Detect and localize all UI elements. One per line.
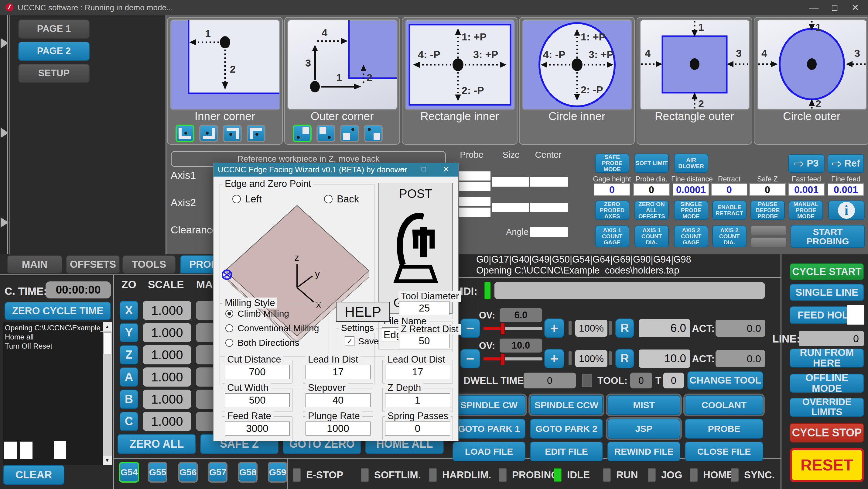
wcs-g57-button[interactable]: G57	[208, 462, 227, 483]
feed-override-reset-button[interactable]: R	[615, 318, 634, 338]
milling-climb-option[interactable]: Climb Milling	[225, 309, 289, 319]
log-scrollbar[interactable]: ▲ ▼	[103, 322, 112, 465]
wcs-g59-button[interactable]: G59	[268, 462, 287, 483]
axis2-count-gage-button[interactable]: AXIS 2 COUNT GAGE	[674, 226, 708, 248]
save-checkbox[interactable]: ✓ Save	[345, 336, 379, 346]
tab-tools[interactable]: TOOLS	[122, 255, 176, 274]
override-limits-button[interactable]: OVERRIDE LIMITS	[789, 398, 864, 417]
goto-park1-button[interactable]: GOTO PARK 1	[453, 419, 525, 438]
axis-a-button[interactable]: A	[120, 368, 138, 386]
card-rectangle-inner[interactable]: 1: +P 2: -P 3: +P 4: -P Rectangle inner	[402, 17, 518, 145]
feed-override-slider[interactable]	[484, 327, 542, 330]
milling-conventional-option[interactable]: Conventional Milling	[225, 323, 319, 334]
card-rectangle-outer[interactable]: 1 2 3 4 Rectangle outer	[637, 17, 752, 145]
mdi-input[interactable]	[494, 282, 765, 299]
outer-corner-variant-4-icon[interactable]	[364, 124, 383, 142]
minimize-icon[interactable]: —	[805, 0, 823, 15]
jsp-button[interactable]: JSP	[608, 419, 680, 438]
dialog-minimize-icon[interactable]: —	[399, 165, 406, 173]
axis-z-button[interactable]: Z	[120, 345, 138, 365]
milling-both-option[interactable]: Both Directions	[225, 338, 299, 348]
sidebar-item-setup[interactable]: SETUP	[18, 64, 90, 83]
probe-value-field[interactable]	[459, 208, 491, 217]
dialog-close-icon[interactable]: ✕	[443, 165, 450, 174]
lead-out-input[interactable]: 17	[385, 365, 450, 379]
card-outer-corner[interactable]: 1 2 3 4 Outer corner	[284, 17, 400, 145]
scroll-down-icon[interactable]: ▼	[103, 456, 112, 465]
spindle-override-plus-button[interactable]: +	[544, 349, 564, 368]
zero-cycle-time-button[interactable]: ZERO CYCLE TIME	[5, 302, 111, 320]
wcs-g56-button[interactable]: G56	[178, 462, 198, 483]
spindle-override-slider[interactable]	[484, 357, 542, 361]
zero-on-all-offsets-button[interactable]: ZERO ON ALL OFFSETS	[634, 201, 669, 220]
change-tool-button[interactable]: CHANGE TOOL	[687, 371, 763, 390]
axis-b-scale[interactable]: 1.000	[143, 390, 191, 409]
outer-corner-variant-2-icon[interactable]	[316, 124, 335, 142]
probe-button[interactable]: PROBE	[685, 419, 763, 438]
spindle-ccw-button[interactable]: SPINDLE CCW	[530, 395, 603, 415]
inner-corner-variant-2-icon[interactable]	[199, 124, 218, 142]
axis1-count-gage-button[interactable]: AXIS 1 COUNT GAGE	[595, 226, 629, 248]
feed-rate-input[interactable]: 3000	[225, 422, 290, 435]
blank-button[interactable]	[750, 237, 787, 248]
tool-checkbox[interactable]	[582, 374, 592, 387]
goto-ref-button[interactable]: ⇨Ref	[828, 154, 864, 173]
wcs-g54-button[interactable]: G54	[119, 462, 139, 483]
clear-button[interactable]: CLEAR	[3, 465, 64, 485]
inner-corner-variant-1-icon[interactable]	[176, 124, 194, 142]
size-value-field[interactable]	[492, 177, 529, 186]
probe-info-button[interactable]: i	[828, 201, 865, 220]
single-probe-mode-button[interactable]: SINGLE PROBE MODE	[674, 201, 708, 220]
blank-button[interactable]	[750, 226, 787, 235]
angle-field[interactable]	[530, 227, 568, 237]
zero-probed-axes-button[interactable]: ZERO PROBED AXES	[595, 201, 629, 220]
feed-override-minus-button[interactable]: −	[460, 318, 480, 338]
inner-corner-variant-3-icon[interactable]	[223, 124, 242, 142]
single-line-button[interactable]: SINGLE LINE	[789, 284, 864, 301]
load-file-button[interactable]: LOAD FILE	[453, 441, 525, 461]
soft-limit-button[interactable]: SOFT LIMIT	[634, 153, 669, 173]
wcs-g58-button[interactable]: G58	[238, 462, 257, 483]
axis-c-button[interactable]: C	[120, 412, 138, 431]
outer-corner-variant-3-icon[interactable]	[340, 124, 359, 142]
axis2-count-dia-button[interactable]: AXIS 2 COUNT DIA.	[712, 226, 746, 248]
probe-value-field[interactable]	[459, 197, 491, 206]
reset-button[interactable]: RESET	[789, 448, 864, 482]
safe-probe-mode-button[interactable]: SAFE PROBE MODE	[595, 153, 629, 173]
plunge-rate-input[interactable]: 1000	[306, 422, 371, 435]
card-circle-inner[interactable]: 1: +P 2: -P 3: +P 4: -P Circle inner	[519, 17, 635, 145]
fast-feed-field[interactable]: 0.001	[788, 183, 825, 196]
spindle-cw-button[interactable]: SPINDLE CW	[453, 395, 525, 415]
z-retract-input[interactable]: 50	[399, 334, 450, 348]
stepover-input[interactable]: 40	[306, 393, 371, 407]
close-file-button[interactable]: CLOSE FILE	[685, 441, 763, 461]
spindle-override-minus-button[interactable]: −	[460, 349, 480, 368]
sidebar-item-page2[interactable]: PAGE 2	[18, 41, 90, 61]
cut-distance-input[interactable]: 700	[225, 365, 290, 379]
pause-before-probe-button[interactable]: PAUSE BEFORE PROBE	[750, 201, 785, 220]
axis-z-scale[interactable]: 1.000	[143, 345, 191, 365]
axis-b-button[interactable]: B	[120, 390, 138, 409]
scroll-up-icon[interactable]: ▲	[103, 322, 112, 331]
tab-main[interactable]: MAIN	[7, 255, 62, 274]
edit-file-button[interactable]: EDIT FILE	[530, 441, 603, 461]
scroll-thumb[interactable]	[103, 333, 111, 354]
fine-distance-field[interactable]: 0.0001	[673, 183, 709, 196]
sidebar-item-page1[interactable]: PAGE 1	[18, 20, 90, 38]
card-inner-corner[interactable]: 1 2 Inner corner	[167, 17, 283, 145]
close-icon[interactable]: ✕	[846, 0, 864, 15]
probe-value-field[interactable]	[459, 171, 491, 180]
retract-field[interactable]: 0	[711, 183, 747, 196]
zero-all-button[interactable]: ZERO ALL	[118, 434, 196, 454]
inner-corner-variant-4-icon[interactable]	[247, 124, 266, 142]
wcs-g55-button[interactable]: G55	[148, 462, 167, 483]
feed-override-plus-button[interactable]: +	[544, 318, 564, 338]
tab-offsets[interactable]: OFFSETS	[66, 255, 120, 274]
spring-passes-input[interactable]: 0	[385, 422, 450, 435]
safe-z-field[interactable]: 0	[749, 183, 786, 196]
axis-a-scale[interactable]: 1.000	[143, 368, 191, 386]
start-probing-button[interactable]: START PROBING	[790, 225, 865, 248]
enable-retract-button[interactable]: ENABLE RETRACT	[712, 201, 746, 220]
probe-value-field[interactable]	[459, 182, 491, 191]
axis-y-scale[interactable]: 1.000	[143, 323, 191, 342]
